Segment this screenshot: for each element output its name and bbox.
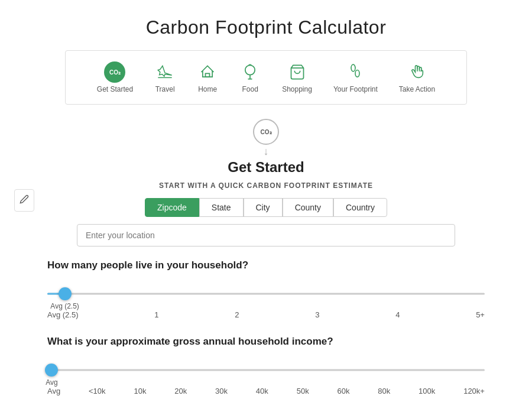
slider2-track xyxy=(47,369,485,371)
question2-label: What is your approximate gross annual ho… xyxy=(47,336,485,348)
nav-item-your-footprint[interactable]: Your Footprint xyxy=(323,58,388,97)
slider2-label-3: 20k xyxy=(174,387,187,395)
nav-label-get-started: Get Started xyxy=(97,85,133,93)
slider1-thumb[interactable] xyxy=(59,287,72,300)
nav-item-home[interactable]: Home xyxy=(186,58,229,97)
slider2-label-9: 100k xyxy=(419,387,435,395)
income-slider-container: Avg Avg <10k 10k 20k 30k 40k 50k 60k 80k… xyxy=(47,358,485,395)
cart-icon xyxy=(289,64,306,80)
nav-label-food: Food xyxy=(242,85,258,93)
nav-label-take-action: Take Action xyxy=(399,85,435,93)
step-subtitle: Start with a quick carbon footprint esti… xyxy=(159,181,373,190)
step-co2-icon: CO₂ xyxy=(253,119,279,145)
slider1-labels: Avg (2.5) 1 2 3 4 5+ xyxy=(47,310,485,319)
location-tabs: Zipcode State City County Country xyxy=(145,198,387,217)
slider2-thumb-label: Avg xyxy=(46,378,57,387)
slider2-label-0: Avg xyxy=(47,387,60,395)
nav-item-shopping[interactable]: Shopping xyxy=(271,58,323,97)
slider1-track xyxy=(47,293,485,295)
tab-zipcode[interactable]: Zipcode xyxy=(145,198,199,217)
slider1-label-3: 3 xyxy=(315,310,319,319)
tab-city[interactable]: City xyxy=(244,198,283,217)
question1-label: How many people live in your household? xyxy=(47,259,485,271)
hand-icon xyxy=(409,64,426,80)
slider2-label-8: 80k xyxy=(378,387,390,395)
step-icon-container: CO₂ ↓ xyxy=(253,119,279,157)
slider1-label-1: 1 xyxy=(154,310,158,319)
slider2-label-5: 40k xyxy=(256,387,268,395)
nav-label-your-footprint: Your Footprint xyxy=(333,85,378,93)
household-slider-container: Avg (2.5) Avg (2.5) 1 2 3 4 5+ xyxy=(47,282,485,319)
svg-rect-0 xyxy=(206,73,210,77)
nav-label-shopping: Shopping xyxy=(282,85,312,93)
slider1-track-wrap: Avg (2.5) xyxy=(47,282,485,306)
nav-item-food[interactable]: Food xyxy=(229,58,271,97)
footprint-icon xyxy=(347,64,364,80)
tab-state[interactable]: State xyxy=(199,198,244,217)
plane-icon xyxy=(157,64,173,80)
nav-item-take-action[interactable]: Take Action xyxy=(388,58,446,97)
svg-point-5 xyxy=(355,70,359,77)
tab-county[interactable]: County xyxy=(283,198,333,217)
tab-country[interactable]: Country xyxy=(333,198,387,217)
svg-point-4 xyxy=(351,64,355,72)
nav-item-travel[interactable]: Travel xyxy=(144,58,186,97)
food-icon xyxy=(242,64,258,80)
slider1-label-5: 5+ xyxy=(476,310,485,319)
slider2-track-wrap: Avg xyxy=(47,358,485,382)
slider2-label-6: 50k xyxy=(297,387,309,395)
co2-icon: CO₂ xyxy=(104,61,125,83)
slider1-label-0: Avg (2.5) xyxy=(47,310,79,319)
slider2-thumb[interactable] xyxy=(45,364,58,377)
slider1-label-4: 4 xyxy=(395,310,400,319)
slider2-label-7: 60k xyxy=(337,387,349,395)
nav-label-travel: Travel xyxy=(155,85,175,93)
slider1-thumb-label: Avg (2.5) xyxy=(50,302,79,310)
location-input[interactable] xyxy=(77,224,455,246)
main-content: CO₂ ↓ Get Started Start with a quick car… xyxy=(0,119,532,399)
side-note-button[interactable] xyxy=(14,189,34,212)
step-title: Get Started xyxy=(228,159,304,176)
slider2-label-2: 10k xyxy=(134,387,146,395)
slider2-label-4: 30k xyxy=(215,387,228,395)
house-icon xyxy=(199,64,216,80)
page-title: Carbon Footprint Calculator xyxy=(0,0,532,50)
navigation-bar: CO₂ Get Started Travel Home xyxy=(65,50,467,105)
slider2-labels: Avg <10k 10k 20k 30k 40k 50k 60k 80k 100… xyxy=(47,387,485,395)
pencil-icon xyxy=(20,194,29,204)
nav-label-home: Home xyxy=(198,85,217,93)
nav-item-get-started[interactable]: CO₂ Get Started xyxy=(86,58,144,97)
slider2-label-10: 120k+ xyxy=(463,387,485,395)
slider1-label-2: 2 xyxy=(235,310,239,319)
slider2-label-1: <10k xyxy=(89,387,106,395)
step-arrow: ↓ xyxy=(264,146,269,157)
